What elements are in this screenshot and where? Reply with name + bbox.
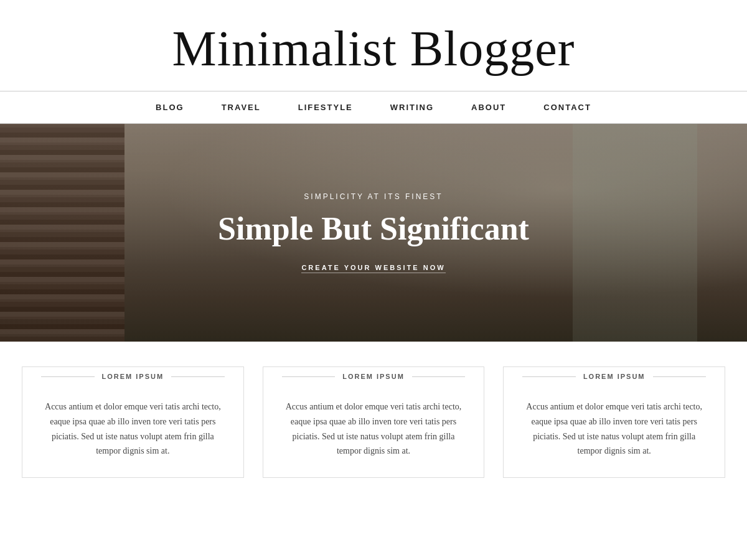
- card-3-line-left: [522, 376, 576, 377]
- nav-item-contact[interactable]: CONTACT: [543, 103, 591, 112]
- card-3-line-right: [653, 376, 707, 377]
- card-2: LOREM IPSUM Accus antium et dolor emque …: [263, 366, 485, 478]
- card-2-header: LOREM IPSUM: [282, 373, 466, 386]
- card-3-header: LOREM IPSUM: [522, 373, 706, 386]
- site-header: Minimalist Blogger: [0, 0, 747, 91]
- card-2-line-right: [412, 376, 466, 377]
- card-3-text: Accus antium et dolor emque veri tatis a…: [522, 399, 706, 459]
- hero-content: SIMPLICITY AT ITS FINEST Simple But Sign…: [75, 192, 672, 273]
- card-1-title: LOREM IPSUM: [102, 373, 164, 380]
- card-3-title: LOREM IPSUM: [583, 373, 646, 380]
- card-1-text: Accus antium et dolor emque veri tatis a…: [41, 399, 225, 459]
- card-2-title: LOREM IPSUM: [342, 373, 405, 380]
- cards-section: LOREM IPSUM Accus antium et dolor emque …: [0, 342, 747, 497]
- nav-item-writing[interactable]: WRITING: [390, 103, 434, 112]
- card-3: LOREM IPSUM Accus antium et dolor emque …: [503, 366, 725, 478]
- card-1: LOREM IPSUM Accus antium et dolor emque …: [22, 366, 244, 478]
- nav-container: BLOG TRAVEL LIFESTYLE WRITING ABOUT CONT…: [0, 91, 747, 123]
- card-2-text: Accus antium et dolor emque veri tatis a…: [282, 399, 466, 459]
- nav-item-travel[interactable]: TRAVEL: [222, 103, 261, 112]
- card-1-line-left: [41, 376, 95, 377]
- card-2-line-left: [282, 376, 336, 377]
- card-1-header: LOREM IPSUM: [41, 373, 225, 386]
- nav-item-about[interactable]: ABOUT: [471, 103, 506, 112]
- hero-title: Simple But Significant: [75, 211, 672, 246]
- main-nav: BLOG TRAVEL LIFESTYLE WRITING ABOUT CONT…: [0, 91, 747, 124]
- nav-item-blog[interactable]: BLOG: [156, 103, 184, 112]
- nav-item-lifestyle[interactable]: LIFESTYLE: [298, 103, 353, 112]
- card-1-line-right: [171, 376, 225, 377]
- hero-section: SIMPLICITY AT ITS FINEST Simple But Sign…: [0, 124, 747, 342]
- hero-cta-button[interactable]: CREATE YOUR WEBSITE NOW: [301, 264, 445, 273]
- site-title: Minimalist Blogger: [12, 19, 735, 78]
- hero-subtitle: SIMPLICITY AT ITS FINEST: [75, 192, 672, 201]
